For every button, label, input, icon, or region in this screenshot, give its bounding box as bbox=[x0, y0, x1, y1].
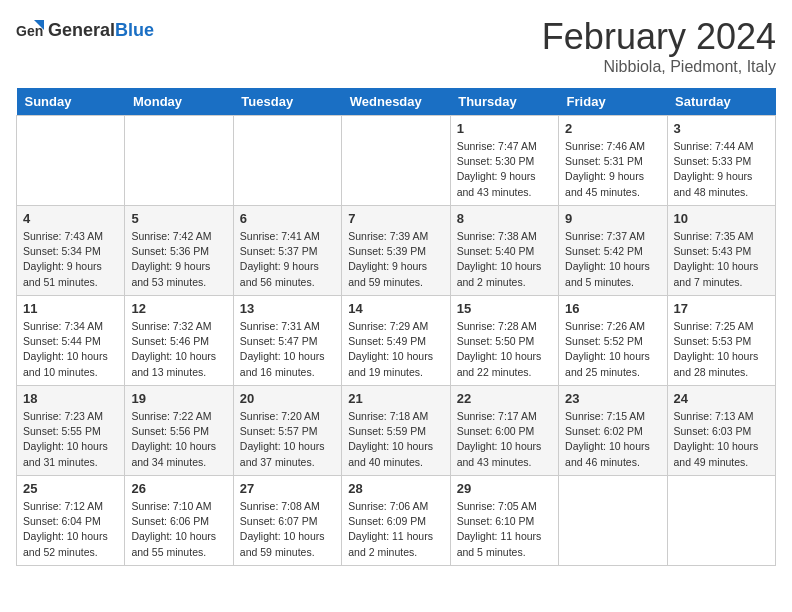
day-info: Sunrise: 7:34 AM Sunset: 5:44 PM Dayligh… bbox=[23, 319, 118, 380]
calendar-cell: 16Sunrise: 7:26 AM Sunset: 5:52 PM Dayli… bbox=[559, 296, 667, 386]
calendar-cell: 26Sunrise: 7:10 AM Sunset: 6:06 PM Dayli… bbox=[125, 476, 233, 566]
calendar-cell bbox=[667, 476, 775, 566]
day-number: 15 bbox=[457, 301, 552, 316]
month-title: February 2024 bbox=[542, 16, 776, 58]
day-number: 6 bbox=[240, 211, 335, 226]
calendar-cell: 14Sunrise: 7:29 AM Sunset: 5:49 PM Dayli… bbox=[342, 296, 450, 386]
day-info: Sunrise: 7:22 AM Sunset: 5:56 PM Dayligh… bbox=[131, 409, 226, 470]
day-info: Sunrise: 7:26 AM Sunset: 5:52 PM Dayligh… bbox=[565, 319, 660, 380]
calendar-cell: 6Sunrise: 7:41 AM Sunset: 5:37 PM Daylig… bbox=[233, 206, 341, 296]
calendar-cell: 17Sunrise: 7:25 AM Sunset: 5:53 PM Dayli… bbox=[667, 296, 775, 386]
day-info: Sunrise: 7:46 AM Sunset: 5:31 PM Dayligh… bbox=[565, 139, 660, 200]
calendar-cell bbox=[559, 476, 667, 566]
day-info: Sunrise: 7:43 AM Sunset: 5:34 PM Dayligh… bbox=[23, 229, 118, 290]
header-cell-thursday: Thursday bbox=[450, 88, 558, 116]
calendar-cell: 2Sunrise: 7:46 AM Sunset: 5:31 PM Daylig… bbox=[559, 116, 667, 206]
svg-text:Gen: Gen bbox=[16, 23, 43, 39]
day-number: 25 bbox=[23, 481, 118, 496]
calendar-cell: 27Sunrise: 7:08 AM Sunset: 6:07 PM Dayli… bbox=[233, 476, 341, 566]
day-info: Sunrise: 7:38 AM Sunset: 5:40 PM Dayligh… bbox=[457, 229, 552, 290]
day-number: 14 bbox=[348, 301, 443, 316]
day-info: Sunrise: 7:29 AM Sunset: 5:49 PM Dayligh… bbox=[348, 319, 443, 380]
day-number: 28 bbox=[348, 481, 443, 496]
header-cell-sunday: Sunday bbox=[17, 88, 125, 116]
calendar-header: SundayMondayTuesdayWednesdayThursdayFrid… bbox=[17, 88, 776, 116]
day-number: 4 bbox=[23, 211, 118, 226]
day-info: Sunrise: 7:17 AM Sunset: 6:00 PM Dayligh… bbox=[457, 409, 552, 470]
day-number: 22 bbox=[457, 391, 552, 406]
calendar-cell: 19Sunrise: 7:22 AM Sunset: 5:56 PM Dayli… bbox=[125, 386, 233, 476]
day-info: Sunrise: 7:37 AM Sunset: 5:42 PM Dayligh… bbox=[565, 229, 660, 290]
day-info: Sunrise: 7:28 AM Sunset: 5:50 PM Dayligh… bbox=[457, 319, 552, 380]
calendar-cell: 20Sunrise: 7:20 AM Sunset: 5:57 PM Dayli… bbox=[233, 386, 341, 476]
calendar-cell: 9Sunrise: 7:37 AM Sunset: 5:42 PM Daylig… bbox=[559, 206, 667, 296]
header: Gen GeneralBlue February 2024 Nibbiola, … bbox=[16, 16, 776, 76]
header-cell-wednesday: Wednesday bbox=[342, 88, 450, 116]
title-area: February 2024 Nibbiola, Piedmont, Italy bbox=[542, 16, 776, 76]
calendar-cell: 12Sunrise: 7:32 AM Sunset: 5:46 PM Dayli… bbox=[125, 296, 233, 386]
logo-icon: Gen bbox=[16, 16, 44, 44]
calendar-cell bbox=[17, 116, 125, 206]
calendar-cell: 10Sunrise: 7:35 AM Sunset: 5:43 PM Dayli… bbox=[667, 206, 775, 296]
week-row-4: 25Sunrise: 7:12 AM Sunset: 6:04 PM Dayli… bbox=[17, 476, 776, 566]
calendar-cell: 1Sunrise: 7:47 AM Sunset: 5:30 PM Daylig… bbox=[450, 116, 558, 206]
day-number: 18 bbox=[23, 391, 118, 406]
day-info: Sunrise: 7:35 AM Sunset: 5:43 PM Dayligh… bbox=[674, 229, 769, 290]
calendar-cell bbox=[125, 116, 233, 206]
day-info: Sunrise: 7:47 AM Sunset: 5:30 PM Dayligh… bbox=[457, 139, 552, 200]
week-row-2: 11Sunrise: 7:34 AM Sunset: 5:44 PM Dayli… bbox=[17, 296, 776, 386]
calendar-cell: 21Sunrise: 7:18 AM Sunset: 5:59 PM Dayli… bbox=[342, 386, 450, 476]
day-number: 3 bbox=[674, 121, 769, 136]
calendar-cell: 4Sunrise: 7:43 AM Sunset: 5:34 PM Daylig… bbox=[17, 206, 125, 296]
calendar-cell: 24Sunrise: 7:13 AM Sunset: 6:03 PM Dayli… bbox=[667, 386, 775, 476]
day-info: Sunrise: 7:10 AM Sunset: 6:06 PM Dayligh… bbox=[131, 499, 226, 560]
calendar-cell: 28Sunrise: 7:06 AM Sunset: 6:09 PM Dayli… bbox=[342, 476, 450, 566]
logo: Gen GeneralBlue bbox=[16, 16, 154, 44]
calendar-cell bbox=[342, 116, 450, 206]
day-number: 11 bbox=[23, 301, 118, 316]
calendar-cell: 29Sunrise: 7:05 AM Sunset: 6:10 PM Dayli… bbox=[450, 476, 558, 566]
subtitle: Nibbiola, Piedmont, Italy bbox=[542, 58, 776, 76]
calendar-cell: 3Sunrise: 7:44 AM Sunset: 5:33 PM Daylig… bbox=[667, 116, 775, 206]
day-info: Sunrise: 7:13 AM Sunset: 6:03 PM Dayligh… bbox=[674, 409, 769, 470]
day-number: 19 bbox=[131, 391, 226, 406]
day-number: 5 bbox=[131, 211, 226, 226]
header-cell-tuesday: Tuesday bbox=[233, 88, 341, 116]
calendar-body: 1Sunrise: 7:47 AM Sunset: 5:30 PM Daylig… bbox=[17, 116, 776, 566]
week-row-0: 1Sunrise: 7:47 AM Sunset: 5:30 PM Daylig… bbox=[17, 116, 776, 206]
calendar-cell: 7Sunrise: 7:39 AM Sunset: 5:39 PM Daylig… bbox=[342, 206, 450, 296]
day-number: 20 bbox=[240, 391, 335, 406]
calendar-cell: 18Sunrise: 7:23 AM Sunset: 5:55 PM Dayli… bbox=[17, 386, 125, 476]
day-info: Sunrise: 7:20 AM Sunset: 5:57 PM Dayligh… bbox=[240, 409, 335, 470]
header-cell-friday: Friday bbox=[559, 88, 667, 116]
day-number: 10 bbox=[674, 211, 769, 226]
header-row: SundayMondayTuesdayWednesdayThursdayFrid… bbox=[17, 88, 776, 116]
week-row-1: 4Sunrise: 7:43 AM Sunset: 5:34 PM Daylig… bbox=[17, 206, 776, 296]
day-number: 29 bbox=[457, 481, 552, 496]
day-info: Sunrise: 7:23 AM Sunset: 5:55 PM Dayligh… bbox=[23, 409, 118, 470]
week-row-3: 18Sunrise: 7:23 AM Sunset: 5:55 PM Dayli… bbox=[17, 386, 776, 476]
day-number: 16 bbox=[565, 301, 660, 316]
day-number: 7 bbox=[348, 211, 443, 226]
day-number: 24 bbox=[674, 391, 769, 406]
calendar-table: SundayMondayTuesdayWednesdayThursdayFrid… bbox=[16, 88, 776, 566]
calendar-cell bbox=[233, 116, 341, 206]
day-info: Sunrise: 7:25 AM Sunset: 5:53 PM Dayligh… bbox=[674, 319, 769, 380]
day-number: 1 bbox=[457, 121, 552, 136]
day-number: 17 bbox=[674, 301, 769, 316]
day-info: Sunrise: 7:44 AM Sunset: 5:33 PM Dayligh… bbox=[674, 139, 769, 200]
day-info: Sunrise: 7:18 AM Sunset: 5:59 PM Dayligh… bbox=[348, 409, 443, 470]
day-number: 21 bbox=[348, 391, 443, 406]
day-info: Sunrise: 7:12 AM Sunset: 6:04 PM Dayligh… bbox=[23, 499, 118, 560]
day-info: Sunrise: 7:15 AM Sunset: 6:02 PM Dayligh… bbox=[565, 409, 660, 470]
day-info: Sunrise: 7:32 AM Sunset: 5:46 PM Dayligh… bbox=[131, 319, 226, 380]
calendar-cell: 8Sunrise: 7:38 AM Sunset: 5:40 PM Daylig… bbox=[450, 206, 558, 296]
calendar-cell: 23Sunrise: 7:15 AM Sunset: 6:02 PM Dayli… bbox=[559, 386, 667, 476]
header-cell-monday: Monday bbox=[125, 88, 233, 116]
calendar-cell: 11Sunrise: 7:34 AM Sunset: 5:44 PM Dayli… bbox=[17, 296, 125, 386]
calendar-cell: 22Sunrise: 7:17 AM Sunset: 6:00 PM Dayli… bbox=[450, 386, 558, 476]
day-number: 13 bbox=[240, 301, 335, 316]
calendar-cell: 13Sunrise: 7:31 AM Sunset: 5:47 PM Dayli… bbox=[233, 296, 341, 386]
day-info: Sunrise: 7:39 AM Sunset: 5:39 PM Dayligh… bbox=[348, 229, 443, 290]
day-info: Sunrise: 7:41 AM Sunset: 5:37 PM Dayligh… bbox=[240, 229, 335, 290]
